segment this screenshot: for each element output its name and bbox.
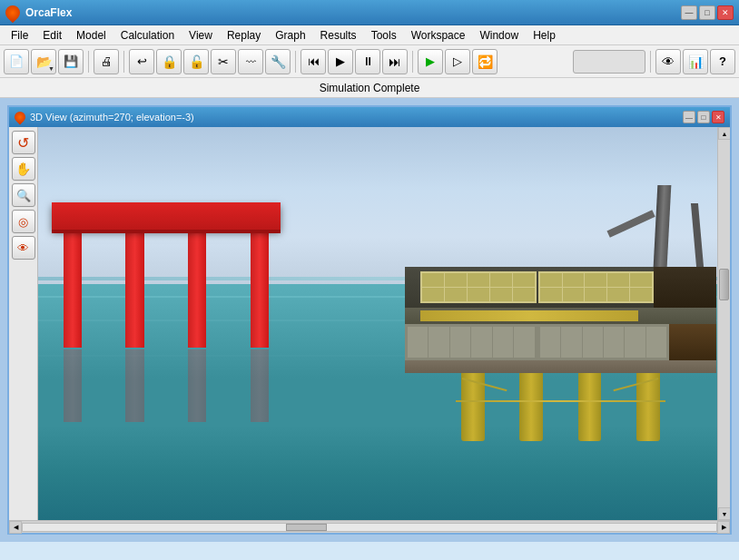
sep5	[650, 51, 651, 73]
minimize-button[interactable]: —	[681, 5, 697, 20]
menu-file[interactable]: File	[4, 27, 35, 44]
wc	[468, 273, 489, 287]
h-scroll-right[interactable]: ▶	[717, 521, 730, 534]
chart-btn[interactable]: 📊	[683, 49, 708, 74]
wc	[607, 288, 629, 301]
h-scroll-thumb[interactable]	[286, 524, 327, 531]
wc	[513, 273, 535, 287]
app-icon	[3, 2, 24, 23]
select-tool[interactable]: ◎	[12, 210, 35, 233]
menu-model[interactable]: Model	[69, 27, 113, 44]
lower-panel-1	[405, 324, 537, 360]
menu-replay[interactable]: Replay	[220, 27, 268, 44]
replay-back-button[interactable]: ⏭	[382, 49, 408, 74]
sep2	[123, 51, 124, 73]
view-tool[interactable]: 👁	[12, 236, 35, 260]
derrick-support	[691, 203, 704, 267]
wrench-button[interactable]: 🔧	[265, 49, 291, 74]
menu-graph[interactable]: Graph	[268, 27, 312, 44]
replay-pause-button[interactable]: ⏸	[355, 49, 380, 74]
lc	[450, 327, 470, 358]
sim-play2-button[interactable]: ▷	[445, 49, 470, 74]
v-scroll-down[interactable]: ▼	[718, 507, 730, 520]
lc	[561, 327, 581, 358]
menu-tools[interactable]: Tools	[364, 27, 404, 44]
pan-tool[interactable]: ✋	[12, 157, 35, 181]
wc	[422, 288, 444, 301]
wc	[540, 288, 562, 301]
sep1	[88, 51, 89, 73]
mid-deck	[405, 308, 716, 324]
view-btn[interactable]: 👁	[655, 49, 681, 74]
status-text: Simulation Complete	[320, 82, 420, 94]
v-scrollbar: ▲ ▼	[717, 127, 730, 520]
menu-calculation[interactable]: Calculation	[113, 27, 182, 44]
status-bar: Simulation Complete	[0, 78, 739, 98]
save-button[interactable]: 💾	[58, 49, 84, 74]
v-scroll-track[interactable]	[718, 140, 730, 507]
left-leg-4	[251, 230, 269, 348]
title-bar: OrcaFlex — □ ✕	[0, 0, 739, 25]
super-windows	[420, 271, 654, 303]
lower-panel-2	[537, 324, 670, 360]
menu-bar: File Edit Model Calculation View Replay …	[0, 25, 739, 45]
sim-play-button[interactable]: ▶	[418, 49, 443, 74]
open-button[interactable]: 📂 ▼	[31, 49, 56, 74]
wc	[630, 288, 652, 301]
left-leg-1	[64, 230, 82, 348]
super-right-block	[654, 267, 716, 308]
v-scroll-thumb[interactable]	[719, 269, 729, 300]
menu-edit[interactable]: Edit	[35, 27, 69, 44]
wc	[422, 273, 444, 287]
menu-results[interactable]: Results	[313, 27, 364, 44]
y-leg-3	[578, 373, 602, 441]
cross-brace-h	[456, 400, 665, 402]
view3d-content: ↺ ✋ 🔍 ◎ 👁	[9, 127, 730, 520]
lc	[604, 327, 624, 358]
cut-button[interactable]: ✂	[211, 49, 236, 74]
view3d-window: 3D View (azimuth=270; elevation=-3) — □ …	[7, 105, 732, 535]
toolbar-field[interactable]	[573, 50, 645, 74]
view3d-min-button[interactable]: —	[683, 111, 695, 123]
menu-view[interactable]: View	[182, 27, 220, 44]
workspace: 3D View (azimuth=270; elevation=-3) — □ …	[0, 98, 739, 542]
lc	[471, 327, 491, 358]
menu-workspace[interactable]: Workspace	[404, 27, 473, 44]
left-deck-bottom-edge	[52, 230, 280, 233]
y-leg-2	[519, 373, 543, 441]
lock-button2[interactable]: 🔓	[183, 49, 209, 74]
zoom-tool[interactable]: 🔍	[12, 183, 35, 207]
lock-button1[interactable]: 🔒	[156, 49, 182, 74]
h-scroll-left[interactable]: ◀	[9, 521, 22, 534]
sep3	[295, 51, 296, 73]
maximize-button[interactable]: □	[699, 5, 715, 20]
sim-reload-button[interactable]: 🔁	[472, 49, 498, 74]
print-button[interactable]: 🖨	[94, 49, 119, 74]
base-deck	[405, 360, 716, 373]
replay-play-button[interactable]: ▶	[328, 49, 353, 74]
wave-button[interactable]: 〰	[238, 49, 263, 74]
help-btn[interactable]: ?	[710, 49, 735, 74]
rotate-tool[interactable]: ↺	[12, 131, 35, 154]
view3d-max-button[interactable]: □	[697, 111, 710, 123]
undo-button[interactable]: ↩	[129, 49, 154, 74]
lc	[493, 327, 513, 358]
derrick-area	[405, 185, 716, 267]
menu-help[interactable]: Help	[526, 27, 563, 44]
close-button[interactable]: ✕	[717, 5, 734, 20]
wc	[540, 273, 562, 287]
left-leg-ref-1	[64, 349, 82, 422]
window-panel-1	[420, 271, 537, 303]
yellow-legs	[444, 373, 677, 441]
new-button[interactable]: 📄	[4, 49, 29, 74]
scene[interactable]: ▲ ▼	[38, 127, 730, 520]
v-scroll-up[interactable]: ▲	[718, 127, 730, 140]
left-legs-reflection	[52, 349, 280, 422]
h-scroll-track[interactable]	[22, 523, 717, 532]
left-legs-container	[52, 230, 280, 348]
replay-start-button[interactable]: ⏮	[301, 49, 326, 74]
wc	[445, 288, 467, 301]
menu-window[interactable]: Window	[472, 27, 526, 44]
lc	[625, 327, 645, 358]
view3d-close-button[interactable]: ✕	[712, 111, 724, 123]
